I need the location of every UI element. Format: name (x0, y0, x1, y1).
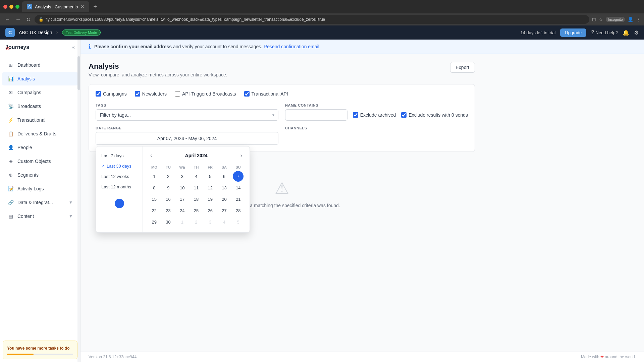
name-contains-input[interactable] (285, 109, 347, 121)
cal-day-9[interactable]: 9 (163, 182, 174, 193)
cal-day-7[interactable]: 7 (233, 171, 244, 182)
cal-prev-btn[interactable]: ‹ (148, 151, 155, 160)
back-btn[interactable]: ← (3, 15, 11, 24)
resend-confirmation-link[interactable]: Resend confirmation email (264, 44, 319, 49)
upgrade-btn[interactable]: Upgrade (560, 28, 586, 37)
maximize-window-btn[interactable] (15, 5, 19, 9)
analysis-icon: 📊 (7, 75, 14, 82)
notifications-btn[interactable]: 🔔 (623, 29, 629, 36)
cal-day-15[interactable]: 15 (149, 194, 160, 204)
api-triggered-checkbox-label[interactable]: API-Triggered Broadcasts (175, 91, 236, 97)
cal-day-14[interactable]: 14 (233, 182, 244, 193)
cal-day-4[interactable]: 4 (191, 171, 202, 182)
api-triggered-checkbox[interactable] (175, 91, 180, 97)
sidebar-item-broadcasts[interactable]: 📡 Broadcasts (2, 100, 78, 113)
forward-btn[interactable]: → (14, 15, 22, 24)
newsletters-checkbox[interactable] (135, 91, 140, 97)
tab-close-btn[interactable]: ✕ (80, 4, 85, 9)
cal-day-17[interactable]: 17 (177, 194, 187, 204)
reload-btn[interactable]: ↻ (25, 15, 32, 24)
cal-day-23[interactable]: 23 (163, 205, 174, 216)
sidebar-item-activity-logs[interactable]: 📝 Activity Logs (2, 182, 78, 195)
cal-day-next-1[interactable]: 1 (177, 217, 187, 227)
bookmark-icon[interactable]: ☆ (599, 17, 603, 22)
cal-day-29[interactable]: 29 (149, 217, 160, 227)
cal-day-26[interactable]: 26 (205, 205, 216, 216)
exclude-zeros-checkbox[interactable] (401, 112, 407, 118)
sidebar-item-analysis[interactable]: 📊 Analysis (2, 72, 78, 85)
cal-day-12[interactable]: 12 (205, 182, 216, 193)
settings-btn[interactable]: ⚙ (634, 29, 639, 36)
new-tab-btn[interactable]: + (93, 3, 97, 10)
tags-select[interactable]: Filter by tags... (96, 109, 278, 121)
cal-day-2[interactable]: 2 (163, 171, 174, 182)
cal-day-19[interactable]: 19 (205, 194, 216, 204)
export-btn[interactable]: Export (450, 62, 475, 73)
address-bar[interactable]: 🔒 fly.customer.io/workspaces/160880/jour… (35, 15, 589, 24)
cal-day-10[interactable]: 10 (177, 182, 187, 193)
sidebar-item-segments[interactable]: ⊕ Segments (2, 168, 78, 182)
cast-icon[interactable]: ⊡ (592, 17, 596, 22)
cal-day-30[interactable]: 30 (163, 217, 174, 227)
exclude-zeros-label[interactable]: Exclude results with 0 sends (401, 112, 468, 118)
preset-7days[interactable]: Last 7 days (96, 150, 143, 161)
cal-day-22[interactable]: 22 (149, 205, 160, 216)
browser-tab[interactable]: C Analysis | Customer.io ✕ (22, 1, 89, 12)
cal-day-8[interactable]: 8 (149, 182, 160, 193)
cal-next-btn[interactable]: › (238, 151, 245, 160)
sidebar-item-content[interactable]: ▤ Content ▼ (2, 209, 78, 223)
cal-day-next-4[interactable]: 4 (219, 217, 229, 227)
cal-day-20[interactable]: 20 (219, 194, 229, 204)
cal-day-25[interactable]: 25 (191, 205, 202, 216)
delivery-mode-badge[interactable]: Test Delivery Mode (62, 29, 101, 36)
cal-day-28[interactable]: 28 (233, 205, 244, 216)
sidebar-item-transactional[interactable]: ⚡ Transactional (2, 113, 78, 127)
exclude-archived-checkbox[interactable] (353, 112, 358, 118)
preset-30days[interactable]: ✓ Last 30 days (96, 161, 143, 171)
close-workspace-btn[interactable]: ✕ (5, 45, 10, 52)
sidebar-footer[interactable]: You have some more tasks to do (3, 341, 77, 359)
cal-day-1[interactable]: 1 (149, 171, 160, 182)
cal-day-6[interactable]: 6 (219, 171, 229, 182)
cal-day-5[interactable]: 5 (205, 171, 216, 182)
cal-day-13[interactable]: 13 (219, 182, 229, 193)
cal-day-27[interactable]: 27 (219, 205, 229, 216)
sidebar-item-custom-objects[interactable]: ◈ Custom Objects (2, 155, 78, 168)
filter-section: Campaigns Newsletters API-Triggered Broa… (89, 84, 475, 152)
weekday-we: WE (175, 164, 189, 171)
transactional-api-checkbox-label[interactable]: Transactional API (244, 91, 288, 97)
help-btn[interactable]: ? Need help? (591, 29, 618, 36)
sidebar-scroll-thumb[interactable] (77, 56, 80, 90)
transactional-api-checkbox[interactable] (244, 91, 250, 97)
sidebar-item-campaigns[interactable]: ✉ Campaigns (2, 86, 78, 99)
sidebar-item-deliveries[interactable]: 📋 Deliveries & Drafts (2, 127, 78, 140)
cal-day-18[interactable]: 18 (191, 194, 202, 204)
version-text: Version 21.6.12+33aac944 (89, 355, 137, 359)
sidebar-item-people[interactable]: 👤 People (2, 141, 78, 154)
menu-icon[interactable]: ⋮ (636, 17, 641, 22)
cal-day-next-3[interactable]: 3 (205, 217, 216, 227)
sidebar-collapse-btn[interactable]: « (72, 44, 75, 50)
sidebar-item-data-integrations[interactable]: 🔗 Data & Integrat... ▼ (2, 196, 78, 209)
sidebar-item-dashboard[interactable]: ⊞ Dashboard (2, 58, 78, 72)
date-range-display[interactable]: Apr 07, 2024 - May 06, 2024 (96, 132, 278, 145)
cal-day-next-2[interactable]: 2 (191, 217, 202, 227)
cal-day-11[interactable]: 11 (191, 182, 202, 193)
preset-12weeks[interactable]: Last 12 weeks (96, 171, 143, 182)
profile-icon[interactable]: 👤 (628, 17, 633, 22)
close-window-btn[interactable] (3, 5, 7, 9)
alert-banner: ℹ Please confirm your email address and … (80, 40, 644, 54)
preset-12months[interactable]: Last 12 months (96, 182, 143, 192)
campaigns-checkbox[interactable] (96, 91, 101, 97)
sidebar-scrollbar[interactable] (77, 40, 80, 362)
cal-day-16[interactable]: 16 (163, 194, 174, 204)
newsletters-checkbox-label[interactable]: Newsletters (135, 91, 167, 97)
cal-day-3[interactable]: 3 (177, 171, 187, 182)
cal-day-24[interactable]: 24 (177, 205, 187, 216)
cal-header: MO TU WE TH FR SA SU (148, 164, 245, 171)
campaigns-checkbox-label[interactable]: Campaigns (96, 91, 127, 97)
minimize-window-btn[interactable] (9, 5, 13, 9)
exclude-archived-label[interactable]: Exclude archived (353, 112, 396, 118)
cal-day-21[interactable]: 21 (233, 194, 244, 204)
cal-day-next-5[interactable]: 5 (233, 217, 244, 227)
